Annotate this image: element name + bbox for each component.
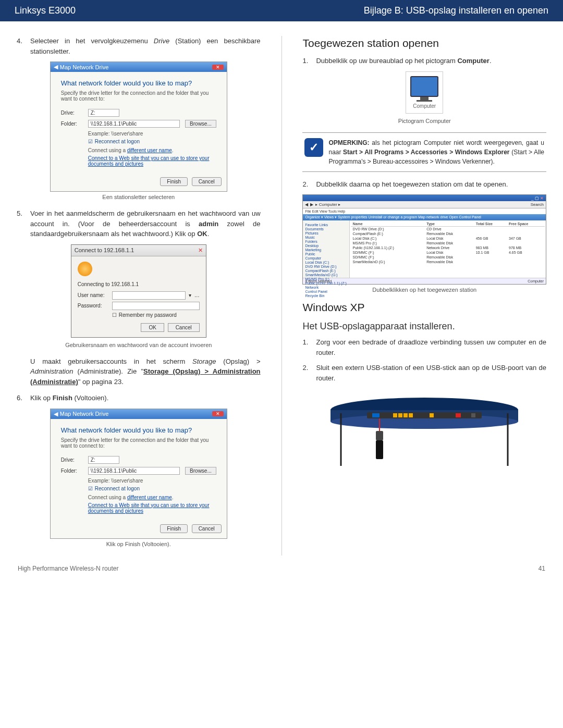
reconnect-check[interactable]: ☑Reconnect at logon [88, 486, 216, 491]
cancel-button[interactable]: Cancel [192, 524, 222, 533]
page-header: Linksys E3000 Bijlage B: USB-opslag inst… [0, 0, 563, 21]
svg-rect-8 [409, 413, 413, 417]
finish-button[interactable]: Finish [160, 177, 188, 186]
computer-icon-figure: Computer [302, 71, 546, 114]
footer-left: High Performance Wireless-N router [18, 565, 118, 572]
appendix-title: Bijlage B: USB-opslag installeren en ope… [364, 5, 548, 16]
folder-label: Folder: [61, 121, 83, 127]
xp-step-1: 1. Zorg voor een bedrade of draadloze ve… [302, 337, 546, 357]
step-4: 4. Selecteer in het vervolgkeuzemenu Dri… [17, 36, 261, 56]
close-icon[interactable]: ✕ [540, 196, 544, 201]
drive-label: Drive: [61, 110, 83, 116]
different-user-link[interactable]: different user name [127, 147, 172, 153]
login-dialog: Connect to 192.168.1.1 ✕ Connecting to 1… [71, 244, 206, 338]
dialog-titlebar: ◀ Map Network Drive ✕ [51, 62, 227, 72]
back-icon[interactable]: ◀ [54, 411, 58, 417]
max-icon[interactable]: ▢ [535, 196, 539, 201]
svg-rect-16 [376, 440, 383, 459]
page-content: 4. Selecteer in het vervolgkeuzemenu Dri… [0, 21, 563, 561]
address-bar[interactable]: ◀▶▸ Computer ▸Search [303, 201, 546, 208]
sidebar[interactable]: Favorite LinksDocumentsPicturesMusicFold… [303, 220, 350, 278]
computer-icon[interactable]: Computer [406, 71, 443, 114]
login-body: Connecting to 192.168.1.1 User name: ▾ …… [71, 256, 206, 337]
storage-paragraph: U maakt gebruikersaccounts in het scherm… [30, 356, 261, 387]
diff-user: Connect using a different user name. [88, 147, 216, 153]
more-icon[interactable]: … [194, 292, 200, 298]
checkmark-icon: ✓ [304, 138, 323, 157]
website-link[interactable]: Connect to a Web site that you can use t… [88, 502, 216, 514]
menu-bar[interactable]: File Edit View Tools Help [303, 208, 546, 214]
cancel-button[interactable]: Cancel [192, 177, 222, 186]
column-divider [282, 36, 282, 556]
svg-rect-6 [398, 413, 402, 417]
drive-combo[interactable]: Z: [88, 109, 119, 117]
remember-check[interactable]: ☐Remember my password [112, 312, 200, 318]
login-buttons: OK Cancel [78, 323, 200, 332]
login-header [78, 262, 200, 276]
folder-row: Folder: \\192.168.1.1\Public Browse... [61, 120, 216, 128]
router-icon [325, 390, 523, 468]
note-box: ✓ OPMERKING: als het pictogram Computer … [302, 132, 546, 172]
toolbar[interactable]: Organize ▾ Views ▾ System properties Uni… [303, 214, 546, 220]
min-icon[interactable]: _ [531, 196, 533, 201]
map-drive-dialog-1: ◀ Map Network Drive ✕ What network folde… [50, 61, 227, 192]
router-illustration [302, 390, 546, 470]
dialog-question: What network folder would you like to ma… [61, 79, 216, 87]
step-number: 2. [302, 179, 316, 190]
svg-rect-9 [430, 413, 434, 417]
finish-button[interactable]: Finish [160, 524, 188, 533]
dialog-buttons: Finish Cancel [51, 174, 227, 191]
svg-rect-11 [471, 413, 475, 417]
nav-back-icon[interactable]: ◀ [305, 202, 308, 207]
username-label: User name: [78, 292, 109, 298]
folder-input[interactable]: \\192.168.1.1\Public [88, 467, 180, 475]
browse-button[interactable]: Browse... [185, 467, 216, 475]
note-text: OPMERKING: als het pictogram Computer ni… [328, 138, 544, 166]
website-link[interactable]: Connect to a Web site that you can use t… [88, 155, 216, 167]
reconnect-check[interactable]: ☑Reconnect at logon [88, 139, 216, 144]
svg-rect-5 [393, 413, 397, 417]
step-text: Dubbelklik op uw bureaublad op het picto… [316, 56, 546, 66]
username-row: User name: ▾ … [78, 291, 200, 300]
password-label: Password: [78, 303, 109, 309]
step-text: Klik op Finish (Voltooien). [30, 393, 261, 403]
username-input[interactable] [112, 291, 186, 300]
caption-computer: Pictogram Computer [302, 118, 546, 124]
cancel-button[interactable]: Cancel [168, 323, 200, 332]
dialog-titlebar: ◀ Map Network Drive ✕ [51, 409, 227, 419]
step-number: 5. [17, 208, 30, 239]
page-number: 41 [538, 565, 545, 572]
file-list[interactable]: NameTypeTotal SizeFree Space DVD RW Driv… [350, 220, 546, 278]
dialog-title: Map Network Drive [60, 64, 109, 70]
dropdown-icon[interactable]: ▾ [189, 292, 191, 298]
back-icon[interactable]: ◀ [54, 64, 58, 70]
dialog-subtext: Specify the drive letter for the connect… [61, 90, 216, 102]
product-name: Linksys E3000 [15, 5, 76, 16]
nav-fwd-icon[interactable]: ▶ [310, 202, 313, 207]
step-number: 6. [17, 393, 30, 403]
password-row: Password: [78, 302, 200, 310]
caption-2: Gebruikersnaam en wachtwoord van de acco… [17, 342, 261, 348]
drive-combo[interactable]: Z: [88, 456, 119, 464]
step-text: Selecteer in het vervolgkeuzemenu Drive … [30, 36, 261, 56]
close-icon[interactable]: ✕ [212, 65, 224, 70]
example-text: Example: \\server\share [88, 131, 216, 137]
left-column: 4. Selecteer in het vervolgkeuzemenu Dri… [17, 36, 261, 556]
computer-icon-label: Computer [410, 103, 438, 109]
svg-rect-10 [456, 413, 461, 417]
drive-row: Drive: Z: [61, 109, 216, 117]
right-column: Toegewezen station openen 1. Dubbelklik … [302, 36, 546, 556]
browse-button[interactable]: Browse... [185, 120, 216, 128]
ok-button[interactable]: OK [141, 323, 164, 332]
close-icon[interactable]: ✕ [198, 247, 203, 254]
section-heading: Toegewezen station openen [302, 37, 546, 50]
close-icon[interactable]: ✕ [212, 411, 224, 416]
step-text: Voer in het aanmeldscherm de gebruikersn… [30, 208, 261, 239]
folder-input[interactable]: \\192.168.1.1\Public [88, 120, 180, 128]
password-input[interactable] [112, 302, 200, 310]
map-drive-dialog-2: ◀ Map Network Drive ✕ What network folde… [50, 409, 227, 539]
step-number: 1. [302, 56, 316, 66]
dialog-subtext: Specify the drive letter for the connect… [61, 437, 216, 449]
different-user-link[interactable]: different user name [127, 495, 172, 500]
svg-rect-4 [372, 413, 380, 417]
